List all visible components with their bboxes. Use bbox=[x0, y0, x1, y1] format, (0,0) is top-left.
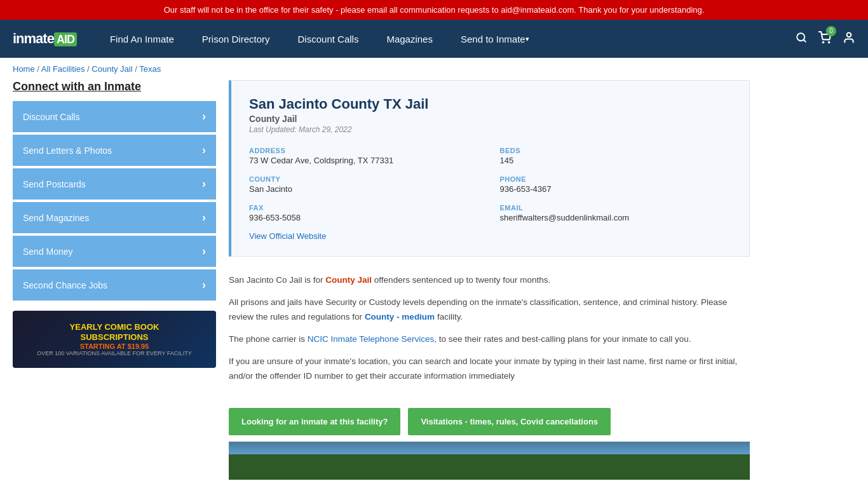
desc-para-2: All prisons and jails have Security or C… bbox=[229, 295, 750, 325]
svg-point-4 bbox=[847, 32, 851, 37]
phone-label: PHONE bbox=[500, 175, 732, 183]
arrow-icon: › bbox=[202, 110, 206, 123]
sidebar-send-magazines[interactable]: Send Magazines › bbox=[13, 202, 216, 233]
county-label: COUNTY bbox=[249, 175, 481, 183]
ad-title: YEARLY COMIC BOOKSUBSCRIPTIONS bbox=[37, 322, 192, 342]
ncic-link[interactable]: NCIC Inmate Telephone Services bbox=[308, 334, 434, 344]
alert-banner: Our staff will not be in the office for … bbox=[0, 0, 868, 20]
alert-text: Our staff will not be in the office for … bbox=[164, 5, 705, 15]
breadcrumb: Home / All Facilities / County Jail / Te… bbox=[0, 58, 868, 80]
desc-para-4: If you are unsure of your inmate's locat… bbox=[229, 355, 750, 384]
email-value: sheriffwalters@suddenlinkmail.com bbox=[500, 213, 732, 222]
nav-right: 0 bbox=[796, 31, 855, 47]
facility-name: San Jacinto County TX Jail bbox=[249, 96, 731, 112]
fax-value: 936-653-5058 bbox=[249, 213, 481, 222]
brand-logo[interactable]: inmateAID bbox=[13, 30, 77, 47]
email-label: EMAIL bbox=[500, 204, 732, 212]
county-medium-link[interactable]: County - medium bbox=[365, 312, 435, 322]
main-content: Connect with an Inmate Discount Calls › … bbox=[0, 80, 763, 488]
beds-label: BEDS bbox=[500, 147, 732, 154]
cart-icon[interactable]: 0 bbox=[818, 31, 831, 47]
nav-magazines[interactable]: Magazines bbox=[372, 20, 447, 58]
search-icon[interactable] bbox=[796, 32, 807, 46]
svg-point-2 bbox=[823, 41, 824, 43]
facility-image-strip bbox=[229, 442, 750, 480]
ad-small: OVER 100 VARIATIONS AVAILABLE FOR EVERY … bbox=[37, 350, 192, 356]
breadcrumb-home[interactable]: Home bbox=[13, 64, 35, 74]
sidebar-discount-calls[interactable]: Discount Calls › bbox=[13, 101, 216, 132]
phone-value: 936-653-4367 bbox=[500, 184, 732, 194]
address-label: ADDRESS bbox=[249, 147, 481, 154]
cta-visitations[interactable]: Visitations - times, rules, Covid cancel… bbox=[408, 408, 611, 435]
county-value: San Jacinto bbox=[249, 184, 481, 194]
county-item: COUNTY San Jacinto bbox=[249, 175, 481, 194]
email-item: EMAIL sheriffwalters@suddenlinkmail.com bbox=[500, 204, 732, 222]
fax-item: FAX 936-653-5058 bbox=[249, 204, 481, 222]
nav-send-to-inmate[interactable]: Send to Inmate bbox=[447, 20, 543, 58]
nav-prison-directory[interactable]: Prison Directory bbox=[188, 20, 284, 58]
facility-section: San Jacinto County TX Jail County Jail L… bbox=[229, 80, 750, 480]
breadcrumb-county-jail[interactable]: County Jail bbox=[92, 64, 132, 74]
arrow-icon: › bbox=[202, 211, 206, 224]
arrow-icon: › bbox=[202, 278, 206, 292]
user-icon[interactable] bbox=[843, 31, 855, 47]
beds-item: BEDS 145 bbox=[500, 147, 732, 165]
facility-card: San Jacinto County TX Jail County Jail L… bbox=[229, 80, 750, 257]
cart-count: 0 bbox=[826, 26, 836, 36]
nav-discount-calls[interactable]: Discount Calls bbox=[284, 20, 373, 58]
cta-find-inmate[interactable]: Looking for an inmate at this facility? bbox=[229, 408, 400, 435]
svg-point-3 bbox=[829, 41, 830, 43]
arrow-icon: › bbox=[202, 245, 206, 258]
facility-description: San Jacinto Co Jail is for County Jail o… bbox=[229, 267, 750, 402]
facility-type: County Jail bbox=[249, 114, 731, 124]
facility-info-grid: ADDRESS 73 W Cedar Ave, Coldspring, TX 7… bbox=[249, 147, 731, 222]
ad-subtitle: STARTING AT $19.95 bbox=[37, 342, 192, 350]
website-link[interactable]: View Official Website bbox=[249, 231, 326, 241]
sidebar-ad[interactable]: YEARLY COMIC BOOKSUBSCRIPTIONS STARTING … bbox=[13, 311, 216, 368]
sidebar-send-money[interactable]: Send Money › bbox=[13, 236, 216, 267]
phone-item: PHONE 936-653-4367 bbox=[500, 175, 732, 194]
sidebar-send-postcards[interactable]: Send Postcards › bbox=[13, 168, 216, 200]
nav-find-inmate[interactable]: Find An Inmate bbox=[96, 20, 188, 58]
desc-para-3: The phone carrier is NCIC Inmate Telepho… bbox=[229, 332, 750, 347]
cta-buttons: Looking for an inmate at this facility? … bbox=[229, 408, 750, 435]
arrow-icon: › bbox=[202, 177, 206, 191]
county-jail-link[interactable]: County Jail bbox=[325, 275, 372, 285]
sidebar-ad-content: YEARLY COMIC BOOKSUBSCRIPTIONS STARTING … bbox=[37, 322, 192, 356]
address-item: ADDRESS 73 W Cedar Ave, Coldspring, TX 7… bbox=[249, 147, 481, 165]
sidebar-title: Connect with an Inmate bbox=[13, 80, 216, 93]
beds-value: 145 bbox=[500, 156, 732, 165]
arrow-icon: › bbox=[202, 144, 206, 157]
nav-links: Find An Inmate Prison Directory Discount… bbox=[96, 20, 796, 58]
fax-label: FAX bbox=[249, 204, 481, 212]
breadcrumb-all-facilities[interactable]: All Facilities bbox=[41, 64, 85, 74]
breadcrumb-texas[interactable]: Texas bbox=[139, 64, 161, 74]
sidebar-send-letters[interactable]: Send Letters & Photos › bbox=[13, 135, 216, 166]
brand-name: inmateAID bbox=[13, 30, 77, 47]
sidebar-second-chance[interactable]: Second Chance Jobs › bbox=[13, 269, 216, 301]
navbar: inmateAID Find An Inmate Prison Director… bbox=[0, 20, 868, 58]
desc-para-1: San Jacinto Co Jail is for County Jail o… bbox=[229, 273, 750, 288]
facility-updated: Last Updated: March 29, 2022 bbox=[249, 125, 731, 134]
svg-line-1 bbox=[803, 39, 805, 41]
sidebar: Connect with an Inmate Discount Calls › … bbox=[13, 80, 216, 480]
address-value: 73 W Cedar Ave, Coldspring, TX 77331 bbox=[249, 156, 481, 165]
